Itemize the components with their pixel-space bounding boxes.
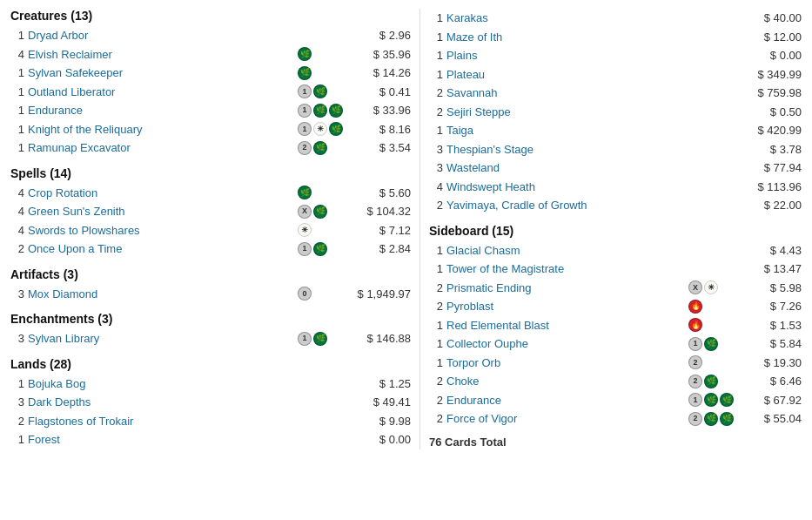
card-name[interactable]: Sylvan Library	[28, 330, 298, 348]
card-name[interactable]: Sejiri Steppe	[446, 104, 688, 121]
card-name[interactable]: Sylvan Safekeeper	[28, 64, 298, 82]
card-price: $ 13.47	[741, 260, 802, 278]
card-price: $ 67.92	[741, 392, 802, 409]
card-name[interactable]: Once Upon a Time	[28, 240, 298, 258]
card-quantity: 1	[10, 64, 24, 82]
section-header-spells: Spells (14)	[10, 166, 411, 180]
mana-cost: X☀	[688, 280, 741, 294]
mana-cost: 1☀🌿	[298, 122, 350, 136]
card-name[interactable]: Bojuka Bog	[28, 375, 298, 393]
card-name[interactable]: Mox Diamond	[28, 286, 298, 303]
card-name[interactable]: Thespian's Stage	[446, 141, 688, 159]
card-name[interactable]: Pyroblast	[446, 298, 688, 315]
mana-cost: 🌿	[298, 47, 350, 61]
card-name[interactable]: Forest	[28, 431, 298, 449]
card-name[interactable]: Dark Depths	[28, 394, 298, 411]
card-name[interactable]: Swords to Plowshares	[28, 222, 298, 240]
card-name[interactable]: Glacial Chasm	[446, 242, 688, 260]
card-name[interactable]: Collector Ouphe	[446, 335, 688, 353]
mana-symbol-n: 1	[298, 122, 312, 136]
card-name[interactable]: Torpor Orb	[446, 355, 688, 372]
card-name[interactable]: Knight of the Reliquary	[28, 121, 298, 138]
mana-cost: 1🌿	[298, 84, 350, 98]
card-name[interactable]: Windswept Heath	[446, 179, 688, 196]
card-quantity: 1	[10, 102, 24, 119]
card-row: 2Pyroblast🔥$ 7.26	[429, 297, 802, 316]
mana-cost: ☀	[298, 223, 350, 237]
card-quantity: 3	[10, 286, 24, 303]
card-row: 1Maze of Ith$ 12.00	[429, 28, 802, 47]
card-price: $ 349.99	[741, 66, 802, 84]
card-name[interactable]: Wasteland	[446, 159, 688, 177]
card-name[interactable]: Outland Liberator	[28, 84, 298, 101]
card-price: $ 9.98	[350, 413, 411, 430]
card-row: 3Dark Depths$ 49.41	[10, 393, 411, 412]
card-row: 1Karakas$ 40.00	[429, 9, 802, 28]
card-name[interactable]: Green Sun's Zenith	[28, 203, 298, 220]
card-name[interactable]: Ramunap Excavator	[28, 139, 298, 157]
card-name[interactable]: Karakas	[446, 10, 688, 27]
card-name[interactable]: Tower of the Magistrate	[446, 260, 688, 278]
card-name[interactable]: Endurance	[446, 392, 688, 409]
card-name[interactable]: Red Elemental Blast	[446, 317, 688, 334]
card-name[interactable]: Flagstones of Trokair	[28, 413, 298, 430]
mana-symbol-n: 1	[298, 242, 312, 256]
card-price: $ 3.54	[350, 139, 411, 157]
card-quantity: 2	[429, 197, 443, 214]
card-name[interactable]: Endurance	[28, 102, 298, 119]
card-quantity: 1	[429, 47, 443, 64]
card-price: $ 5.84	[741, 335, 802, 353]
card-price: $ 0.50	[741, 104, 802, 121]
card-price: $ 1.25	[350, 375, 411, 393]
mana-cost: 1🌿	[298, 332, 350, 346]
card-quantity: 2	[10, 413, 24, 430]
card-row: 1Forest$ 0.00	[10, 430, 411, 449]
card-quantity: 1	[429, 122, 443, 139]
card-name[interactable]: Plateau	[446, 66, 688, 84]
card-name[interactable]: Prismatic Ending	[446, 280, 688, 297]
mana-symbol-g: 🌿	[298, 66, 312, 80]
card-price: $ 49.41	[350, 394, 411, 411]
card-name[interactable]: Choke	[446, 373, 688, 390]
card-name[interactable]: Plains	[446, 47, 688, 64]
card-price: $ 1.53	[741, 317, 802, 334]
card-name[interactable]: Savannah	[446, 84, 688, 102]
card-name[interactable]: Taiga	[446, 122, 688, 139]
card-price: $ 19.30	[741, 355, 802, 372]
card-name[interactable]: Yavimaya, Cradle of Growth	[446, 197, 688, 214]
card-row: 1Tower of the Magistrate$ 13.47	[429, 260, 802, 279]
card-quantity: 2	[429, 84, 443, 102]
mana-cost: 2	[688, 355, 741, 369]
card-row: 3Thespian's Stage$ 3.78	[429, 140, 802, 159]
card-price: $ 33.96	[350, 102, 411, 119]
card-row: 1Bojuka Bog$ 1.25	[10, 375, 411, 394]
card-price: $ 14.26	[350, 64, 411, 82]
mana-cost: 2🌿	[298, 141, 350, 155]
card-name[interactable]: Crop Rotation	[28, 185, 298, 202]
mana-cost: 0	[298, 287, 350, 301]
card-quantity: 4	[10, 46, 24, 64]
card-quantity: 1	[429, 335, 443, 353]
card-quantity: 4	[10, 222, 24, 240]
mana-symbol-g: 🌿	[704, 412, 718, 426]
card-name[interactable]: Dryad Arbor	[28, 27, 298, 44]
card-name[interactable]: Elvish Reclaimer	[28, 46, 298, 64]
mana-symbol-g: 🌿	[313, 332, 327, 346]
card-name[interactable]: Force of Vigor	[446, 410, 688, 428]
mana-symbol-g: 🌿	[313, 84, 327, 98]
card-quantity: 1	[429, 66, 443, 84]
mana-cost: 🌿	[298, 186, 350, 199]
card-row: 4Green Sun's ZenithX🌿$ 104.32	[10, 202, 411, 221]
card-name[interactable]: Maze of Ith	[446, 29, 688, 46]
card-price: $ 0.41	[350, 84, 411, 101]
card-row: 4Windswept Heath$ 113.96	[429, 178, 802, 197]
mana-symbol-g: 🌿	[704, 375, 718, 388]
section-header-creatures: Creatures (13)	[10, 9, 411, 23]
card-price: $ 0.00	[741, 47, 802, 64]
mana-cost: 1🌿	[298, 242, 350, 256]
card-row: 2Force of Vigor2🌿🌿$ 55.04	[429, 409, 802, 429]
card-row: 2Choke2🌿$ 6.46	[429, 372, 802, 391]
mana-symbol-g: 🌿	[298, 186, 312, 199]
mana-symbol-g: 🌿	[329, 104, 343, 118]
card-row: 1Outland Liberator1🌿$ 0.41	[10, 83, 411, 102]
